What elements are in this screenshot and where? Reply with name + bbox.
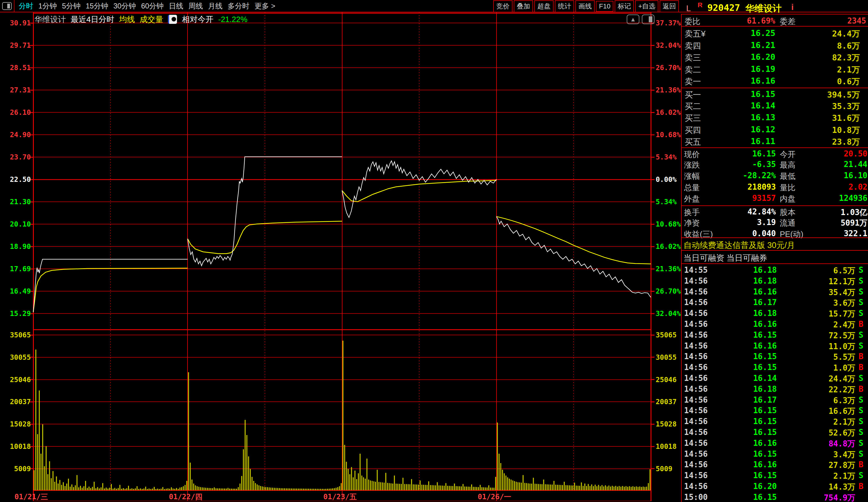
tick-time: 14:56 [684,449,707,459]
tick-trade-row[interactable]: 14:5616.152.1万S [682,416,868,427]
volume-axis-label: 35065 [656,331,676,339]
ask-row-4[interactable]: 卖四16.218.6万 [682,39,868,51]
quote-label: 换手 [684,207,700,218]
menu-item-60[interactable]: 60分钟 [141,1,164,11]
tick-volume: 22.2万 [781,385,855,395]
tick-trade-row[interactable]: 14:5616.1552.6万S [682,427,868,438]
ask-label: 卖五¥ [685,28,705,39]
menu-item-[interactable]: 分时 [19,1,33,11]
tick-volume: 27.8万 [781,460,855,471]
menu-item-30[interactable]: 30分钟 [113,1,136,11]
menu-item-[interactable]: 周线 [188,1,203,11]
menu-item-F10[interactable]: F10 [596,1,613,12]
volume-axis-label: 30055 [0,353,31,361]
tick-price: 16.20 [739,482,777,491]
ask-row-2[interactable]: 卖二16.192.1万 [682,63,868,75]
tick-trade-row[interactable]: 15:0016.15754.9万 [682,492,868,502]
tick-trade-row[interactable]: 14:5616.1424.4万S [682,373,868,383]
tick-trade-row[interactable]: 14:5616.2014.3万B [682,481,868,492]
menu-item-[interactable]: 月线 [208,1,223,11]
menu-item-叠加[interactable]: 叠加 [514,0,533,12]
date-axis-label[interactable]: 01/26/一 [478,492,511,502]
date-axis-label[interactable]: 01/23/五 [323,492,357,502]
ask-row-1[interactable]: 卖一16.160.6万 [682,75,868,87]
tick-price: 16.16 [739,287,777,296]
quote-label: 外盘 [684,194,700,204]
date-axis-label[interactable]: 01/22/四 [169,492,202,502]
quote-value: 2.02 [815,182,867,192]
tick-trade-row[interactable]: 14:5616.1516.6万S [682,405,868,416]
menu-item-5[interactable]: 5分钟 [62,1,80,11]
camera-icon[interactable] [168,15,177,24]
bid-row-3[interactable]: 买三16.1331.6万 [682,111,868,123]
tick-trade-row[interactable]: 14:5616.151.0万B [682,362,868,373]
date-axis-label[interactable]: 01/21/三 [14,492,48,502]
intraday-plot[interactable] [0,12,680,501]
tick-trade-row[interactable]: 14:5616.155.5万B [682,351,868,362]
percent-axis-label: 26.70% [656,287,681,295]
menu-item-+自选[interactable]: +自选 [635,0,658,12]
tick-trade-row[interactable]: 14:5616.1611.0万S [682,340,868,351]
subscription-banner[interactable]: 自动续费通达信普及版 30元/月 [682,237,868,251]
percent-axis-label: 16.02% [656,242,681,251]
menu-item-[interactable]: 更多 > [255,1,276,11]
tick-trade-row[interactable]: 14:5616.1684.8万S [682,438,868,449]
tick-time: 14:56 [684,471,707,480]
tick-direction: B [859,363,864,372]
split-pane-icon[interactable] [642,14,654,24]
tick-trade-row[interactable]: 14:5616.1822.2万B [682,383,868,395]
volume-legend[interactable]: 成交量 [140,14,163,25]
ask-row-3[interactable]: 卖三16.2082.3万 [682,51,868,63]
menu-item-[interactable]: 多分时 [228,1,249,11]
quote-row-净资: 净资3.19流通5091万 [682,217,868,228]
percent-axis-label: 26.70% [656,63,681,72]
menu-item-画线[interactable]: 画线 [575,0,595,12]
tick-trade-row[interactable]: 14:5616.1627.8万B [682,459,868,470]
percent-axis-label: 0.00% [656,175,676,184]
tick-trade-row[interactable]: 14:5616.1815.7万S [682,308,868,319]
bid-row-2[interactable]: 买二16.1435.3万 [682,100,868,111]
ma-legend[interactable]: 均线 [119,14,135,25]
expand-up-icon[interactable]: ▲ [627,14,639,24]
menu-item-15[interactable]: 15分钟 [86,1,108,11]
volume-axis-label: 5009 [656,464,672,473]
tick-trade-row[interactable]: 14:5616.1812.1万S [682,276,868,286]
margin-trading-note: 当日可融资 当日可融券 [682,251,868,264]
menu-item-竞价[interactable]: 竞价 [493,0,513,12]
tick-trade-row[interactable]: 14:5516.186.5万S [682,265,868,276]
menu-item-[interactable]: 日线 [169,1,183,11]
bid-label: 买二 [685,101,701,112]
tick-trade-row[interactable]: 14:5616.173.6万S [682,297,868,308]
menu-item-标记[interactable]: 标记 [614,0,634,12]
tick-trade-list[interactable]: 14:5516.186.5万S14:5616.1812.1万S14:5616.1… [682,265,868,502]
ask-row-5[interactable]: 卖五¥16.2524.4万 [682,27,868,39]
menu-item-返回[interactable]: 返回 [660,0,679,12]
volume-axis-label: 15028 [0,420,31,428]
weibi-value: 61.69% [742,16,775,25]
window-panel-icon[interactable] [2,2,12,10]
menu-item-超盘[interactable]: 超盘 [534,0,554,12]
bid-row-5[interactable]: 买五16.1123.8万 [682,135,868,147]
bid-price: 16.13 [739,113,775,122]
tick-trade-row[interactable]: 14:5616.152.1万S [682,470,868,481]
ask-price: 16.21 [739,40,775,50]
bid-volume: 35.3万 [796,101,860,112]
quote-row-涨跌: 涨跌-6.35最高21.44 [682,158,868,170]
bid-row-1[interactable]: 买一16.15394.5万 [682,88,868,99]
bid-row-4[interactable]: 买四16.1210.8万 [682,124,868,135]
percent-axis-label: 21.36% [656,265,681,273]
ask-price: 16.16 [739,76,775,85]
menu-item-统计[interactable]: 统计 [555,0,574,12]
tick-trade-row[interactable]: 14:5616.162.4万B [682,319,868,329]
tick-price: 16.16 [739,320,777,329]
tick-volume: 35.4万 [781,287,855,298]
tick-volume: 2.1万 [781,471,855,481]
chart-period-label[interactable]: 最近4日分时 [71,14,114,25]
tick-trade-row[interactable]: 14:5616.176.3万S [682,395,868,405]
tick-trade-row[interactable]: 14:5616.153.4万S [682,449,868,459]
tick-trade-row[interactable]: 14:5616.1572.5万S [682,329,868,340]
tick-trade-row[interactable]: 14:5616.1635.4万S [682,286,868,297]
menu-item-1[interactable]: 1分钟 [38,1,57,11]
tick-time: 14:56 [684,406,707,415]
info-icon[interactable]: i [791,2,794,12]
